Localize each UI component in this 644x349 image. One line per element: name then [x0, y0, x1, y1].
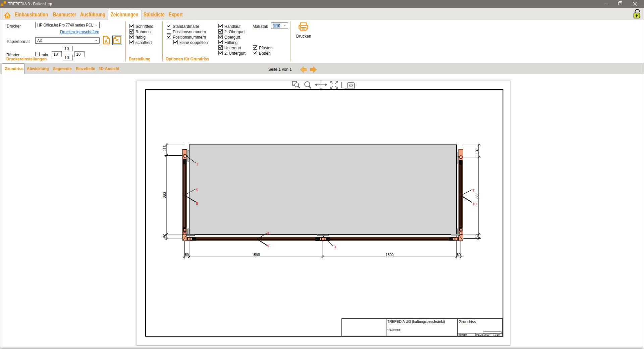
svg-text:50: 50 — [475, 234, 479, 238]
svg-text:TREPEDIA UG (haftungsbeschränk: TREPEDIA UG (haftungsbeschränkt) — [387, 319, 445, 323]
svg-text:A: A — [115, 38, 120, 42]
svg-text:1:10: 1:10 — [494, 333, 500, 336]
svg-text:1: 1 — [196, 162, 198, 166]
svg-text:7: 7 — [472, 189, 474, 193]
svg-text:3: 3 — [334, 245, 336, 249]
svg-text:47533 Kleve: 47533 Kleve — [387, 329, 400, 331]
svg-text:6: 6 — [267, 232, 269, 236]
svg-text:1500: 1500 — [385, 253, 393, 257]
svg-text:9: 9 — [267, 244, 269, 248]
svg-text:10: 10 — [472, 202, 477, 206]
svg-text:50: 50 — [185, 253, 189, 257]
svg-text:117: 117 — [162, 145, 166, 151]
svg-text:06.08.2020: 06.08.2020 — [476, 333, 490, 336]
svg-text:137: 137 — [475, 148, 479, 154]
svg-text:1500: 1500 — [252, 253, 260, 257]
svg-text:8: 8 — [196, 201, 198, 205]
svg-text:863: 863 — [475, 193, 479, 199]
svg-text:50: 50 — [457, 253, 461, 257]
svg-text:norbert: norbert — [459, 333, 467, 336]
svg-text:A: A — [105, 39, 108, 44]
svg-text:5: 5 — [196, 188, 198, 192]
svg-text:50: 50 — [162, 234, 166, 238]
svg-text:883: 883 — [162, 192, 166, 198]
svg-text:Grundriss: Grundriss — [459, 319, 476, 324]
